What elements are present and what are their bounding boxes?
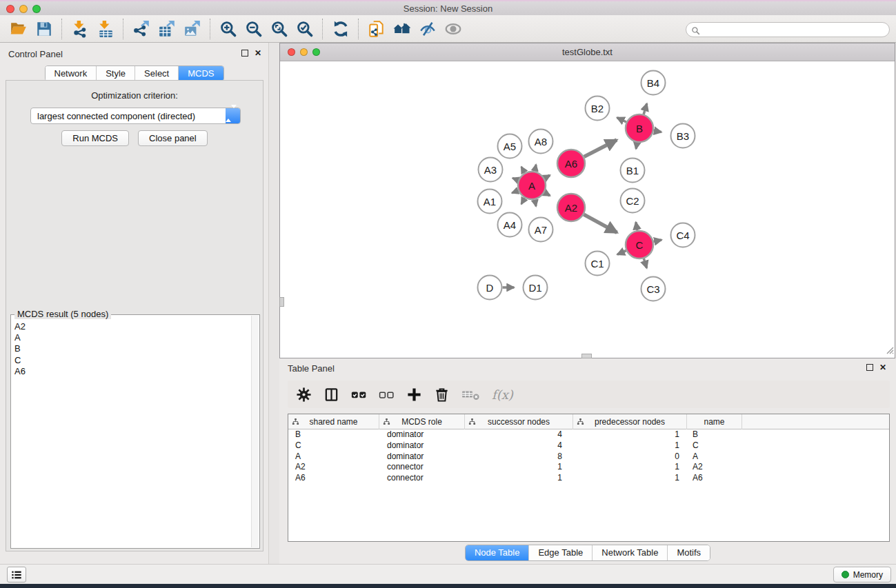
cell-shared-name[interactable]: A <box>288 452 379 463</box>
column-header-name[interactable]: name <box>687 414 742 429</box>
cell-shared-name[interactable]: A2 <box>288 462 379 473</box>
result-item[interactable]: A2 <box>14 321 251 332</box>
cell-shared-name[interactable]: A6 <box>288 473 379 484</box>
result-item[interactable]: C <box>14 355 251 366</box>
tab-network[interactable]: Network <box>45 66 96 81</box>
select-all-checkboxes-icon[interactable] <box>350 384 368 405</box>
table-row[interactable]: A6connector11A6 <box>288 473 889 484</box>
zoom-in-icon[interactable] <box>215 17 241 41</box>
result-scrollbar[interactable] <box>251 316 259 547</box>
column-header-predecessor-nodes[interactable]: predecessor nodes <box>573 414 687 429</box>
zoom-selected-icon[interactable] <box>292 17 317 41</box>
graph-edge[interactable] <box>535 200 536 207</box>
tab-network-table[interactable]: Network Table <box>592 545 667 560</box>
tab-motifs[interactable]: Motifs <box>667 545 710 560</box>
graph-edge[interactable] <box>584 140 617 156</box>
memory-button[interactable]: Memory <box>833 567 891 582</box>
graph-edge[interactable] <box>644 258 646 268</box>
result-item[interactable]: A6 <box>14 366 251 377</box>
graph-edge[interactable] <box>584 214 617 232</box>
export-network-icon[interactable] <box>128 17 154 41</box>
close-panel-button[interactable]: Close panel <box>138 130 208 146</box>
cell-predecessor-nodes[interactable]: 1 <box>573 440 687 452</box>
graph-edge[interactable] <box>544 175 550 178</box>
network-window-titlebar[interactable]: testGlobe.txt <box>280 43 895 61</box>
left-divider-handle[interactable] <box>279 297 284 307</box>
cell-MCDS-role[interactable]: connector <box>379 473 465 484</box>
graph-edge[interactable] <box>644 103 647 114</box>
graph-edge[interactable] <box>521 167 525 173</box>
close-panel-icon[interactable]: ✕ <box>255 50 261 57</box>
task-history-button[interactable] <box>7 567 26 582</box>
add-column-icon[interactable] <box>405 384 423 405</box>
cell-successor-nodes[interactable]: 8 <box>465 452 573 463</box>
run-mcds-button[interactable]: Run MCDS <box>61 130 129 146</box>
home-icon[interactable] <box>389 17 415 41</box>
save-session-icon[interactable] <box>31 17 57 41</box>
table-row[interactable]: Adominator80A <box>288 452 889 463</box>
zoom-out-icon[interactable] <box>241 17 266 41</box>
cell-name[interactable]: A <box>687 452 742 463</box>
cell-successor-nodes[interactable]: 4 <box>465 440 573 452</box>
export-table-icon[interactable] <box>154 17 179 41</box>
split-columns-icon[interactable] <box>322 384 340 405</box>
graph-edge[interactable] <box>521 198 525 204</box>
table-row[interactable]: Bdominator41B <box>288 429 889 440</box>
column-header-MCDS-role[interactable]: MCDS role <box>379 414 465 429</box>
tab-style[interactable]: Style <box>96 66 135 81</box>
graph-edge[interactable] <box>617 251 626 255</box>
tab-edge-table[interactable]: Edge Table <box>528 545 592 560</box>
clone-network-icon[interactable] <box>364 17 389 41</box>
open-file-icon[interactable] <box>6 17 31 41</box>
cell-name[interactable]: C <box>687 440 742 452</box>
graph-edge[interactable] <box>636 143 637 149</box>
cell-name[interactable]: A6 <box>687 473 742 484</box>
zoom-fit-icon[interactable] <box>266 17 292 41</box>
refresh-icon[interactable] <box>328 17 353 41</box>
graph-edge[interactable] <box>535 165 536 172</box>
resize-grip[interactable] <box>884 345 894 357</box>
search-input[interactable] <box>703 23 884 36</box>
graph-edge[interactable] <box>654 131 661 132</box>
settings-gear-icon[interactable] <box>295 384 312 405</box>
table-row[interactable]: Cdominator41C <box>288 440 889 452</box>
unselect-all-checkboxes-icon[interactable] <box>377 384 395 405</box>
cell-predecessor-nodes[interactable]: 1 <box>573 429 687 440</box>
bottom-divider-handle[interactable] <box>581 354 592 358</box>
table-row[interactable]: A2connector11A2 <box>288 462 889 473</box>
export-image-icon[interactable] <box>179 17 205 41</box>
hide-graphics-details-icon[interactable] <box>415 17 440 41</box>
float-table-panel-icon[interactable] <box>866 364 873 371</box>
result-item[interactable]: A <box>14 332 251 343</box>
import-table-icon[interactable] <box>92 17 118 41</box>
cell-predecessor-nodes[interactable]: 1 <box>573 462 687 473</box>
optimization-criterion-select[interactable]: largest connected component (directed) <box>30 108 241 124</box>
cell-MCDS-role[interactable]: dominator <box>379 429 465 440</box>
cell-successor-nodes[interactable]: 1 <box>465 462 573 473</box>
graph-edge[interactable] <box>636 222 637 230</box>
import-network-icon[interactable] <box>67 17 92 41</box>
result-item[interactable]: B <box>14 343 251 354</box>
graph-edge[interactable] <box>512 190 518 193</box>
tab-select[interactable]: Select <box>135 66 178 81</box>
cell-MCDS-role[interactable]: connector <box>379 462 465 473</box>
cell-name[interactable]: B <box>687 429 742 440</box>
cell-shared-name[interactable]: C <box>288 440 379 452</box>
delete-column-icon[interactable] <box>432 384 450 405</box>
tab-mcds[interactable]: MCDS <box>178 66 223 81</box>
graph-edge[interactable] <box>654 240 662 242</box>
cell-name[interactable]: A2 <box>687 462 742 473</box>
close-table-panel-icon[interactable]: ✕ <box>879 364 886 371</box>
graph-edge[interactable] <box>617 118 626 122</box>
cell-successor-nodes[interactable]: 1 <box>465 473 573 484</box>
cell-successor-nodes[interactable]: 4 <box>465 429 573 440</box>
cell-MCDS-role[interactable]: dominator <box>379 440 465 452</box>
column-header-shared-name[interactable]: shared name <box>288 414 379 429</box>
tab-node-table[interactable]: Node Table <box>466 545 529 560</box>
show-graphics-details-icon[interactable] <box>440 17 466 41</box>
graph-edge[interactable] <box>544 192 550 195</box>
network-canvas[interactable]: B4B2BB3A8A5A6A3B1AC2A1A2A4A7C4CC1DD1C3 <box>280 61 895 358</box>
graph-edge[interactable] <box>512 178 518 180</box>
column-header-successor-nodes[interactable]: successor nodes <box>465 414 573 429</box>
float-panel-icon[interactable] <box>241 50 248 57</box>
